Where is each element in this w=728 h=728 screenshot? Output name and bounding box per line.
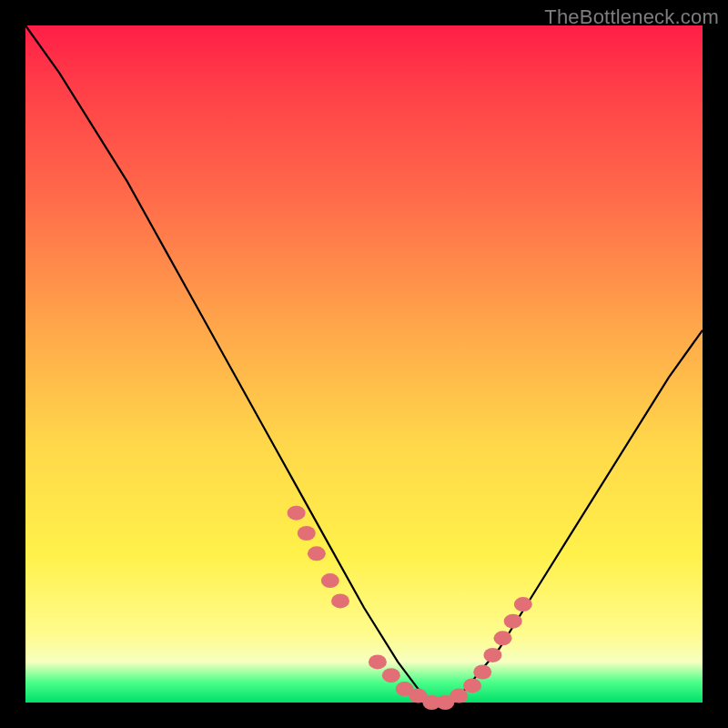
marker-dot (331, 593, 349, 608)
marker-dot (308, 546, 326, 561)
chart-svg (25, 25, 703, 703)
bottleneck-curve (25, 25, 703, 703)
plot-area (25, 25, 703, 703)
marker-dot (450, 689, 468, 703)
marker-dot (288, 506, 306, 521)
marker-dot (504, 614, 522, 629)
marker-dot (382, 668, 400, 682)
marker-dot (473, 665, 491, 680)
marker-dot (483, 648, 501, 662)
marker-dot (298, 526, 316, 541)
marker-dot (321, 573, 339, 588)
marker-dot (369, 654, 387, 669)
marker-dot (494, 631, 512, 645)
marker-dot (463, 678, 481, 693)
marker-dot (514, 597, 532, 612)
outer-frame: TheBottleneck.com (0, 0, 728, 728)
